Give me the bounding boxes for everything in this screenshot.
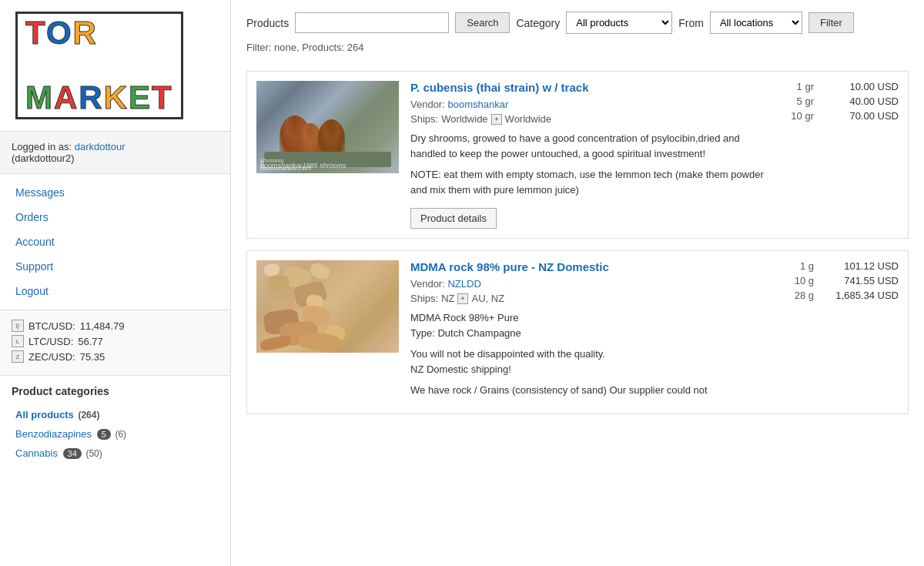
btc-value: 11,484.79 [80,320,125,332]
price-qty-2-1: 1 g [787,260,814,272]
nav-support[interactable]: Support [0,254,230,279]
price-entry-1-2: 5 gr 40.00 USD [775,95,899,107]
ship-icon-2: ✈ [457,293,468,304]
product-desc-2a: MDMA Rock 98%+ PureType: Dutch Champagne [410,310,764,340]
price-qty-1-2: 5 gr [787,95,814,107]
prices-area: ₿ BTC/USD: 11,484.79 Ł LTC/USD: 56.77 Z … [0,310,230,376]
filter-info: Filter: none, Products: 264 [246,42,909,59]
price-entry-1-3: 10 gr 70.00 USD [775,110,899,122]
price-qty-1-3: 10 gr [787,110,814,122]
btc-label: BTC/USD: [28,320,75,332]
price-entry-2-1: 1 g 101.12 USD [775,260,899,272]
price-entry-2-2: 10 g 741.55 USD [775,275,899,286]
product-info-2: MDMA rock 98% pure - NZ Domestic Vendor:… [410,260,764,404]
price-val-2-1: 101.12 USD [822,260,899,272]
btc-price-row: ₿ BTC/USD: 11,484.79 [12,320,219,332]
logo-area: TOR MARKET [0,0,230,132]
zec-icon: Z [12,350,24,363]
cat-cannabis[interactable]: Cannabis 34 (50) [12,444,219,463]
nav-messages[interactable]: Messages [0,180,230,205]
main-content: Products Search Category All products Be… [231,0,924,566]
location-select[interactable]: All locations Worldwide NZ AU [710,12,802,34]
categories-title: Product categories [12,385,219,397]
price-val-1-1: 10.00 USD [822,81,899,92]
nav-logout[interactable]: Logout [0,279,230,303]
logo: TOR MARKET [15,12,183,119]
login-area: Logged in as: darkdottour (darkdottour2) [0,132,230,174]
username-link[interactable]: darkdottour [75,141,126,152]
product-card-2: MDMA rock 98% pure - NZ Domestic Vendor:… [246,250,909,414]
product-ships-1: Ships: Worldwide ✈ Worldwide [410,113,764,125]
price-qty-2-2: 10 g [787,275,814,286]
login-label: Logged in as: [12,141,72,152]
product-image-1: boomshankar1985 shrooms [256,81,399,173]
ltc-label: LTC/USD: [28,336,73,347]
cat-benzodiazapines[interactable]: Benzodiazapines 5 (6) [12,424,219,444]
product-details-btn-1[interactable]: Product details [410,208,497,229]
nav-menu: Messages Orders Account Support Logout [0,174,230,310]
product-info-1: P. cubensis (thai strain) w / track Vend… [410,81,764,229]
product-desc-1b: NOTE: eat them with empty stomach, use t… [410,167,764,197]
from-label: From [678,17,704,29]
search-button[interactable]: Search [455,12,510,33]
product-pricing-1: 1 gr 10.00 USD 5 gr 40.00 USD 10 gr 70.0… [775,81,899,229]
price-entry-2-3: 28 g 1,685.34 USD [775,290,899,301]
products-label: Products [246,17,289,29]
zec-price-row: Z ZEC/USD: 75.35 [12,350,219,363]
username2: (darkdottour2) [12,152,75,164]
nav-orders[interactable]: Orders [0,205,230,229]
vendor-link-1[interactable]: boomshankar [447,99,508,110]
product-desc-2b: You will not be disappointed with the qu… [410,347,764,377]
product-card-1: boomshankar1985 shrooms P. cubensis (tha… [246,71,909,239]
search-input[interactable] [295,12,449,33]
product-vendor-2: Vendor: NZLDD [410,278,764,290]
product-ships-2: Ships: NZ ✈ AU, NZ [410,293,764,304]
ltc-icon: Ł [12,335,24,347]
filter-button[interactable]: Filter [808,12,854,33]
price-val-1-3: 70.00 USD [822,110,899,122]
ltc-value: 56.77 [78,336,103,347]
product-desc-2c: We have rock / Grains (consistency of sa… [410,383,764,398]
category-select[interactable]: All products Benzodiazapines Cannabis [566,12,672,34]
ship-icon-1: ✈ [491,114,502,125]
product-title-1[interactable]: P. cubensis (thai strain) w / track [410,81,764,94]
product-image-2 [256,260,399,353]
price-qty-2-3: 28 g [787,290,814,301]
price-qty-1-1: 1 gr [787,81,814,92]
price-entry-1-1: 1 gr 10.00 USD [775,81,899,92]
price-val-1-2: 40.00 USD [822,95,899,107]
sidebar: TOR MARKET Logged in as: darkdottour (da… [0,0,231,566]
product-title-2[interactable]: MDMA rock 98% pure - NZ Domestic [410,260,764,273]
product-vendor-1: Vendor: boomshankar [410,99,764,110]
nav-account[interactable]: Account [0,229,230,254]
category-label: Category [516,17,560,29]
vendor-link-2[interactable]: NZLDD [447,278,480,290]
price-val-2-3: 1,685.34 USD [822,290,899,301]
price-val-2-2: 741.55 USD [822,275,899,286]
categories-area: Product categories All products (264) Be… [0,376,230,472]
zec-label: ZEC/USD: [28,351,75,363]
ltc-price-row: Ł LTC/USD: 56.77 [12,335,219,347]
product-desc-1a: Dry shrooms, growed to have a good conce… [410,131,764,161]
zec-value: 75.35 [80,351,105,363]
btc-icon: ₿ [12,320,24,332]
cat-all-products[interactable]: All products (264) [12,405,219,424]
search-bar: Products Search Category All products Be… [246,12,909,34]
product-pricing-2: 1 g 101.12 USD 10 g 741.55 USD 28 g 1,68… [775,260,899,404]
